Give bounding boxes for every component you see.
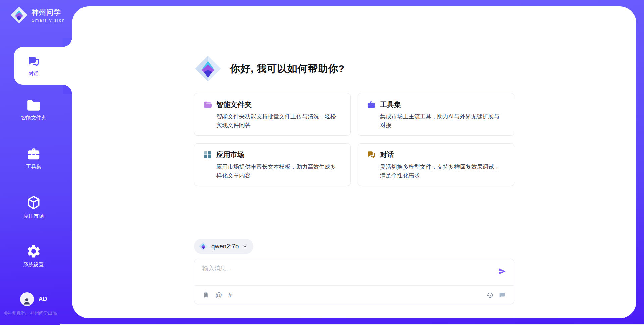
sidebar-item-chat[interactable]: 对话: [14, 47, 74, 85]
sidebar-item-label: 工具集: [26, 164, 41, 170]
brand: 神州问学 Smart Vision: [10, 6, 65, 24]
brand-diamond-icon: [10, 6, 28, 24]
window-bottom-edge: [60, 324, 644, 325]
sidebar: 神州问学 Smart Vision 对话 智能文件夹: [0, 0, 72, 325]
paperclip-icon: [202, 291, 209, 299]
chat-bubbles-icon: [367, 150, 376, 159]
avatar: [20, 292, 34, 306]
card-chat[interactable]: 对话 灵活切换多模型文件，支持多样回复效果调试，满足个性化需求: [358, 143, 514, 186]
card-title: 智能文件夹: [216, 100, 252, 109]
grid-icon: [203, 150, 212, 159]
model-name: qwen2:7b: [211, 243, 239, 250]
card-title: 应用市场: [216, 150, 245, 159]
card-description: 集成市场上主流工具，助力AI与外界无缝扩展与对接: [380, 112, 505, 129]
tab-fillet-top: [63, 38, 72, 47]
hash-icon[interactable]: #: [228, 291, 232, 298]
tab-fillet-bottom: [63, 85, 72, 94]
sidebar-item-label: 系统设置: [23, 262, 44, 268]
briefcase-icon: [367, 100, 376, 109]
person-icon: [22, 296, 32, 306]
brand-diamond-icon: [194, 55, 222, 83]
message-composer: @ #: [194, 259, 514, 304]
history-button[interactable]: [486, 291, 493, 299]
chat-icon: [27, 55, 40, 68]
sidebar-item-settings[interactable]: 系统设置: [0, 244, 67, 268]
greeting-text: 你好, 我可以如何帮助你?: [230, 62, 345, 76]
composer-toolbar: @ #: [202, 286, 506, 304]
chevron-down-icon: [242, 244, 247, 249]
app-window: 神州问学 Smart Vision 对话 智能文件夹: [0, 0, 644, 325]
sidebar-item-smart-folder[interactable]: 智能文件夹: [0, 99, 67, 121]
card-title: 工具集: [380, 100, 401, 109]
card-toolset[interactable]: 工具集 集成市场上主流工具，助力AI与外界无缝扩展与对接: [358, 93, 514, 136]
message-input[interactable]: [202, 264, 491, 282]
toolbox-icon: [26, 147, 41, 161]
copyright: ©神州数码 · 神州问学出品: [4, 310, 57, 316]
sidebar-item-label: 智能文件夹: [21, 115, 46, 121]
comment-button[interactable]: [499, 291, 506, 299]
user-name: AD: [39, 296, 47, 303]
sidebar-item-toolset[interactable]: 工具集: [0, 147, 67, 170]
user-profile[interactable]: AD: [0, 292, 67, 306]
at-icon[interactable]: @: [215, 291, 222, 298]
comment-icon: [499, 291, 506, 299]
send-button[interactable]: [498, 267, 506, 276]
brand-diamond-icon: [199, 242, 208, 251]
model-selector[interactable]: qwen2:7b: [194, 239, 253, 254]
card-app-market[interactable]: 应用市场 应用市场提供丰富长文本模板，助力高效生成多样化文章内容: [194, 143, 351, 186]
folder-open-icon: [203, 100, 212, 109]
brand-name: 神州问学: [32, 8, 65, 17]
cube-icon: [26, 195, 41, 210]
card-title: 对话: [380, 150, 394, 159]
card-description: 灵活切换多模型文件，支持多样回复效果调试，满足个性化需求: [380, 162, 505, 180]
send-icon: [498, 267, 506, 276]
card-smart-folder[interactable]: 智能文件夹 智能文件夹功能支持批量文件上传与清洗，轻松实现文件问答: [194, 93, 351, 136]
sidebar-item-label: 应用市场: [23, 213, 44, 219]
brand-subtitle: Smart Vision: [32, 18, 65, 23]
gear-icon: [26, 244, 41, 259]
greeting-row: 你好, 我可以如何帮助你?: [194, 55, 345, 83]
sidebar-item-app-market[interactable]: 应用市场: [0, 195, 67, 219]
history-icon: [486, 291, 493, 299]
main-panel: 你好, 我可以如何帮助你? 智能文件夹 智能文件夹功能支持批量文件上传与清洗，轻…: [72, 6, 636, 318]
card-description: 应用市场提供丰富长文本模板，助力高效生成多样化文章内容: [216, 162, 341, 180]
feature-cards: 智能文件夹 智能文件夹功能支持批量文件上传与清洗，轻松实现文件问答 工具集: [194, 93, 514, 186]
attach-file-button[interactable]: [202, 291, 209, 299]
folder-icon: [26, 99, 41, 112]
card-description: 智能文件夹功能支持批量文件上传与清洗，轻松实现文件问答: [216, 112, 341, 129]
sidebar-item-label: 对话: [29, 71, 39, 77]
